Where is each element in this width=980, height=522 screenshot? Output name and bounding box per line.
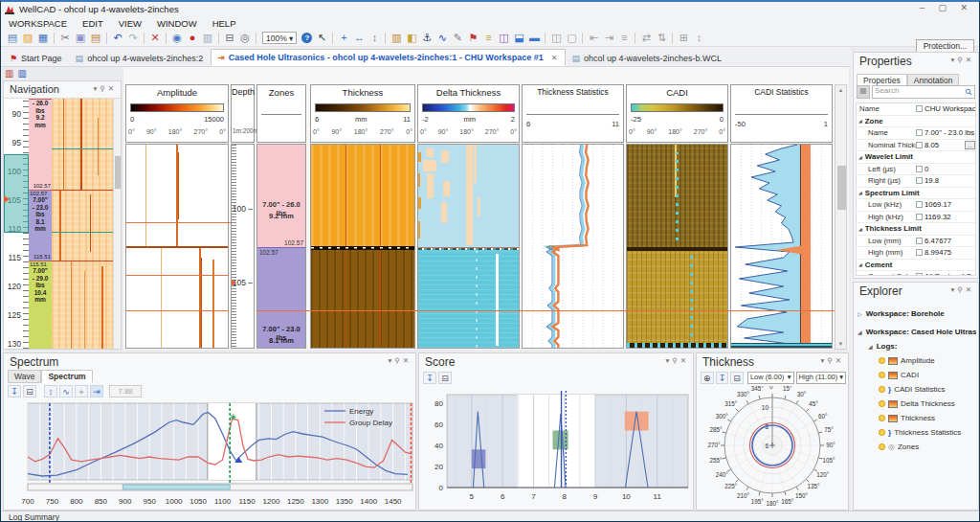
close-icon[interactable]: ✕ <box>680 356 689 365</box>
protection-button[interactable]: Protection... <box>916 39 974 53</box>
picker-icon[interactable]: ⌖ <box>75 385 88 397</box>
export-icon[interactable]: ↧ <box>8 385 21 397</box>
collapse-icon[interactable]: ◢ <box>858 190 862 195</box>
visibility-bulb-icon[interactable] <box>879 400 885 407</box>
property-value[interactable]: 8.05 <box>924 141 965 149</box>
track-content-amplitude[interactable] <box>125 144 229 349</box>
menu-help[interactable]: HELP <box>205 18 244 29</box>
expanded-icon[interactable]: ◢ <box>858 329 862 335</box>
print-preview-icon[interactable]: ◎ <box>237 31 253 45</box>
curve-fit-icon[interactable]: ∿ <box>59 385 73 397</box>
high-select[interactable]: High (11.00)▾ <box>796 372 847 384</box>
property-value[interactable]: 7.00" - 23.0 lbs <box>924 128 975 137</box>
track-content-tstats[interactable] <box>522 144 624 349</box>
property-row[interactable]: High (mm)8.99475 <box>857 247 975 260</box>
anchor-icon[interactable]: ⚓ <box>419 31 434 45</box>
property-value[interactable]: 1069.17 <box>924 200 975 209</box>
new-document-icon[interactable]: ▤ <box>5 31 20 45</box>
undo-icon[interactable]: ↶ <box>110 31 125 45</box>
document-tab-0[interactable]: ⚑Start Page <box>4 51 70 66</box>
pin-icon[interactable]: ⚲ <box>100 84 108 93</box>
visibility-bulb-icon[interactable] <box>879 372 885 378</box>
close-icon[interactable]: ✕ <box>966 56 974 64</box>
copy-icon[interactable]: ▣ <box>73 31 88 45</box>
paste-icon[interactable]: ▤ <box>88 31 103 45</box>
nav-amplitude-image[interactable] <box>52 99 114 349</box>
updown-icon[interactable]: ⇅ <box>654 31 669 45</box>
track-content-depth[interactable]: 100 –105 – <box>231 144 255 349</box>
explorer-item[interactable]: Thickness <box>858 412 976 424</box>
print-icon[interactable]: ⊟ <box>730 372 744 384</box>
visibility-bulb-icon[interactable] <box>879 357 885 364</box>
pin-icon[interactable]: ⚲ <box>827 356 835 365</box>
more-button[interactable]: ... <box>965 141 975 149</box>
select-cursor-icon[interactable]: ↖ <box>314 31 329 45</box>
help-icon[interactable]: ? <box>301 33 312 43</box>
property-row[interactable]: NameCHU Workspace #1 <box>857 103 975 116</box>
save-icon[interactable]: ▦ <box>35 31 51 45</box>
print-icon[interactable]: ⊟ <box>222 31 237 45</box>
template-icon[interactable]: ◧ <box>404 31 419 45</box>
property-flag-icon[interactable] <box>916 249 923 256</box>
cstats-plot[interactable] <box>731 145 832 348</box>
property-row[interactable]: Nominal Thickn...8.05... <box>857 140 975 152</box>
property-row[interactable]: High (kHz)1169.32 <box>857 212 975 224</box>
spectrum-chart[interactable]: EnergyGroup Delay70075080085090095010001… <box>5 399 414 510</box>
track-header-depth[interactable]: Depth1m:200m <box>231 84 255 143</box>
export-icon[interactable]: ↧ <box>716 372 729 384</box>
collapse-icon[interactable]: ◢ <box>858 154 862 160</box>
explorer-item[interactable]: CADI <box>858 369 976 381</box>
property-flag-icon[interactable] <box>916 201 923 208</box>
fit-horizontal-icon[interactable]: ↔ <box>351 31 367 45</box>
collapse-icon[interactable]: ◢ <box>858 261 862 267</box>
property-flag-icon[interactable] <box>916 142 923 148</box>
menu-window[interactable]: WINDOW <box>149 18 205 29</box>
grid-icon[interactable]: ⊞ <box>676 31 691 45</box>
annotation-icon[interactable]: ✎ <box>450 31 465 45</box>
center-icon[interactable]: ⊕ <box>701 372 714 384</box>
property-row[interactable]: ◢Spectrum Limit <box>857 188 975 200</box>
document-tab-1[interactable]: ▤ohcol up 4-wavelets-2inches:2 <box>70 51 212 66</box>
property-row[interactable]: Left (µs)0 <box>857 164 975 176</box>
property-row[interactable]: Name7.00" - 23.0 lbs <box>857 127 975 140</box>
explorer-item[interactable]: Amplitude <box>858 354 976 367</box>
tab-wave[interactable]: Wave <box>8 370 41 383</box>
property-row[interactable]: Low (mm)6.47677 <box>857 236 975 248</box>
sort-icon[interactable]: ↕ <box>691 31 706 45</box>
property-flag-icon[interactable] <box>916 105 923 112</box>
pin-icon[interactable]: ⚲ <box>957 56 966 64</box>
grid-view-icon[interactable]: ▦ <box>857 85 870 99</box>
record-icon[interactable]: ● <box>185 31 200 45</box>
explorer-item[interactable]: }Thickness Statistics <box>858 426 976 439</box>
tstats-plot[interactable] <box>523 145 623 348</box>
workspace-icon[interactable]: ◫ <box>496 31 511 45</box>
marker-icon[interactable]: ⇥ <box>90 385 103 397</box>
menu-workspace[interactable]: WORKSPACE <box>1 18 75 29</box>
document-tab-2[interactable]: ⇥Cased Hole Ultrasonics - ohcol up 4-wav… <box>211 49 566 66</box>
property-row[interactable]: ◢Cement <box>857 260 975 272</box>
property-value[interactable]: 0 <box>924 165 975 173</box>
visibility-bulb-icon[interactable] <box>879 429 885 436</box>
thickness-polar-chart[interactable]: 0°15°30°45°60°75°90°105°120°135°150°165°… <box>697 386 848 509</box>
score-chart[interactable]: 020406080567891011 <box>420 388 694 509</box>
print-icon[interactable]: ⊟ <box>23 385 36 397</box>
pin-icon[interactable]: ⚲ <box>672 356 680 365</box>
property-flag-icon[interactable] <box>916 166 923 172</box>
collapse-icon[interactable]: ◢ <box>858 226 862 232</box>
delete-icon[interactable]: ✕ <box>147 31 163 45</box>
track-content-cadi[interactable] <box>626 144 728 349</box>
fit-vertical-icon[interactable]: ↕ <box>44 385 57 397</box>
property-value[interactable]: 1169.32 <box>924 213 975 221</box>
main-zone-1[interactable]: 7.00" - 26.0 lbs9.2 mm102.57 <box>257 145 305 247</box>
collapsed-icon[interactable]: ▷ <box>858 310 862 317</box>
close-icon[interactable]: ✕ <box>108 84 117 93</box>
pin-icon[interactable]: ⚲ <box>394 356 403 365</box>
histogram-icon[interactable]: ≡ <box>480 31 496 45</box>
close-icon[interactable]: ✕ <box>835 356 844 365</box>
property-value[interactable]: 6.47677 <box>924 237 975 245</box>
property-value[interactable]: All Peaks of Group Delay <box>924 272 975 276</box>
property-value[interactable]: 8.99475 <box>924 248 975 257</box>
close-icon[interactable]: ✕ <box>403 356 412 365</box>
pan-icon[interactable]: + <box>336 31 351 45</box>
expanded-icon[interactable]: ◢ <box>868 343 873 350</box>
